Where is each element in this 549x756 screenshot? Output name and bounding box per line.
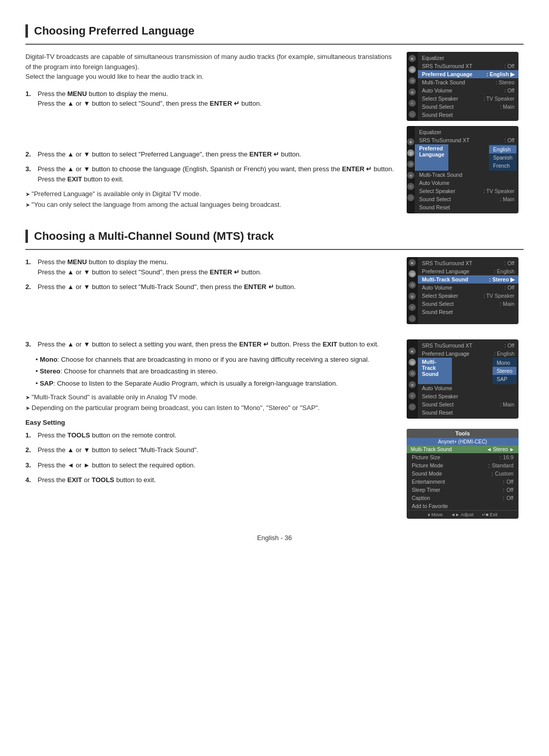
section2-text-bottom: 3. Press the ▲ or ▼ button to select a s… xyxy=(25,339,396,519)
easy-step1: 1. Press the TOOLS button on the remote … xyxy=(25,430,396,440)
page-footer: English - 36 xyxy=(25,534,524,542)
step-num: 1. xyxy=(25,257,34,277)
tv-sidebar4: ■ ◎ ⚙ ◈ ≡ □ xyxy=(407,339,418,419)
sidebar-icon: ◈ xyxy=(409,293,416,300)
section2-content-top: 1. Press the MENU button to display the … xyxy=(25,257,524,324)
sidebar-icon: □ xyxy=(409,315,416,322)
sidebar-icon: ≡ xyxy=(409,100,416,107)
tv-menu-row-highlighted: Multi-Track Sound: Stereo ▶ xyxy=(418,275,518,284)
tools-row: Picture Mode:Standard xyxy=(407,461,518,469)
tv-dropdown-item: Spanish xyxy=(489,153,516,162)
tv-menu-row: Select Speaker: TV Speaker xyxy=(418,292,518,300)
footer-adjust: ◄► Adjust xyxy=(451,512,474,517)
tv-menu-row: SRS TruSurround XT: Off xyxy=(418,259,518,267)
step-body: Press the ▲ or ▼ button to select "Multi… xyxy=(38,445,396,455)
tv-menu-row-highlighted: Preferred Language: English ▶ xyxy=(418,70,518,78)
tv-menu-row: Sound Select: Main xyxy=(415,195,518,203)
section1-content: Digital-TV broadcasts are capable of sim… xyxy=(25,52,524,213)
tv-menu-items1: Equalizer SRS TruSurround XT: Off Prefer… xyxy=(418,52,518,121)
bullet-stereo: Stereo: Choose for channels that are bro… xyxy=(36,366,396,376)
easy-step4: 4. Press the EXIT or TOOLS button to exi… xyxy=(25,475,396,485)
tv-menu-row: Equalizer xyxy=(418,54,518,62)
sidebar-icon: ⚙ xyxy=(409,77,416,84)
tv-dropdown2: Mono Stereo SAP xyxy=(493,358,516,384)
sidebar-icon: □ xyxy=(407,194,414,201)
tv-menu-row: Auto Volume xyxy=(418,384,518,392)
bullet-sap: SAP: Choose to listen to the Separate Au… xyxy=(36,379,396,389)
sidebar-icon-active: ◎ xyxy=(409,66,416,73)
section2-screens-top: ■ ◎ ⚙ ◈ ≡ □ SRS TruSurround XT: Off Pref… xyxy=(407,257,524,324)
tv-menu-row: Sound Reset xyxy=(418,308,518,316)
section2-note2: Depending on the particular program bein… xyxy=(25,403,396,414)
sidebar-icon-active: ◎ xyxy=(409,359,416,366)
tv-dropdown-item-active: English xyxy=(489,145,516,153)
easy-step2: 2. Press the ▲ or ▼ button to select "Mu… xyxy=(25,445,396,455)
section1-screen1: ■ ◎ ⚙ ◈ ≡ □ Equalizer SRS TruSurround XT… xyxy=(407,52,518,121)
easy-step3: 3. Press the ◄ or ► button to select the… xyxy=(25,460,396,470)
tv-menu-row: Equalizer xyxy=(415,128,518,136)
sidebar-icon: ≡ xyxy=(409,392,416,399)
section1-divider xyxy=(25,44,524,45)
tv-menu-row: Auto Volume: Off xyxy=(418,86,518,94)
step-body: Press the ▲ or ▼ button to select "Prefe… xyxy=(38,149,396,160)
step-num: 1. xyxy=(25,430,34,440)
section2-screen2: ■ ◎ ⚙ ◈ ≡ □ SRS TruSurround XT: Off Pref… xyxy=(407,339,518,419)
sidebar-icon-active: ◎ xyxy=(409,270,416,277)
tv-menu-row: Preferred Language: English xyxy=(418,267,518,275)
step-body: Press the EXIT or TOOLS button to exit. xyxy=(38,475,396,485)
tools-mts-label: Multi-Track Sound xyxy=(411,447,452,452)
sidebar-icon: ≡ xyxy=(409,304,416,311)
section2-bullets: Mono: Choose for channels that are broad… xyxy=(36,355,396,389)
sidebar-icon: ■ xyxy=(409,55,416,62)
tv-menu-row: Select Speaker: TV Speaker xyxy=(418,94,518,103)
sidebar-icon-active: ◎ xyxy=(407,149,414,156)
tools-row: Picture Size:16:9 xyxy=(407,453,518,461)
tools-title: Tools xyxy=(407,429,518,438)
section1-step2: 2. Press the ▲ or ▼ button to select "Pr… xyxy=(25,149,396,160)
step-body: Press the ▲ or ▼ button to select "Multi… xyxy=(38,282,396,292)
tools-mts-controls: ◄ Stereo ► xyxy=(486,447,514,452)
section2-title: Choosing a Multi-Channel Sound (MTS) tra… xyxy=(25,230,524,243)
section2-note1: "Multi-Track Sound" is available only in… xyxy=(25,392,396,403)
section2-divider xyxy=(25,249,524,250)
tv-menu-row: SRS TruSurround XT: Off xyxy=(418,341,518,350)
tv-menu-dropdown-row: Preferred Language English Spanish Frenc… xyxy=(415,144,518,171)
step-num: 4. xyxy=(25,475,34,485)
section1-intro1: Digital-TV broadcasts are capable of sim… xyxy=(25,52,396,82)
step-body: Press the TOOLS button on the remote con… xyxy=(38,430,396,440)
tv-menu-row-highlighted: Multi-Track Sound xyxy=(418,358,452,384)
sidebar-icon: ⚙ xyxy=(409,281,416,289)
tools-row: Caption:Off xyxy=(407,494,518,502)
tv-menu-row-highlighted: Preferred Language xyxy=(415,144,448,171)
tv-menu-row: Select Speaker: TV Speaker xyxy=(415,187,518,195)
tools-screen: Tools Anynet+ (HDMI-CEC) Multi-Track Sou… xyxy=(407,429,518,519)
step-body: Press the ▲ or ▼ button to select a sett… xyxy=(38,339,396,350)
tv-menu-row: Auto Volume xyxy=(415,179,518,187)
tools-anynet: Anynet+ (HDMI-CEC) xyxy=(407,438,518,446)
tv-dropdown: English Spanish French xyxy=(489,144,516,171)
section2-steps-b: 3. Press the ▲ or ▼ button to select a s… xyxy=(25,339,396,350)
section2-step1: 1. Press the MENU button to display the … xyxy=(25,257,396,277)
tv-menu-row: Sound Select: Main xyxy=(418,103,518,111)
sidebar-icon: ⚙ xyxy=(407,161,414,168)
easy-setting-label: Easy Setting xyxy=(25,419,396,426)
tools-row: Add to Favorite xyxy=(407,502,518,510)
sidebar-icon: ⚙ xyxy=(409,370,416,377)
tv-menu-row: Sound Reset xyxy=(418,408,518,417)
sidebar-icon: □ xyxy=(409,403,416,411)
tv-menu-row: Select Speaker xyxy=(418,392,518,400)
tv-sidebar1: ■ ◎ ⚙ ◈ ≡ □ xyxy=(407,52,418,121)
tv-menu-row: Multi-Track Sound xyxy=(415,171,518,179)
sidebar-icon: ■ xyxy=(407,138,414,145)
tv-menu-items3: SRS TruSurround XT: Off Preferred Langua… xyxy=(418,257,518,324)
tv-menu-row: Sound Select: Main xyxy=(418,400,518,408)
tv-menu-row: Sound Reset xyxy=(415,203,518,211)
bullet-mono: Mono: Choose for channels that are broad… xyxy=(36,355,396,365)
tv-dropdown-item: SAP xyxy=(493,375,516,383)
section2-screens-bottom: ■ ◎ ⚙ ◈ ≡ □ SRS TruSurround XT: Off Pref… xyxy=(407,339,524,519)
tv-menu-items4: SRS TruSurround XT: Off Preferred Langua… xyxy=(418,339,518,419)
step-num: 3. xyxy=(25,339,34,350)
tv-menu-items2: Equalizer SRS TruSurround XT: Off Prefer… xyxy=(415,126,518,213)
step-num: 3. xyxy=(25,460,34,470)
tv-sidebar3: ■ ◎ ⚙ ◈ ≡ □ xyxy=(407,257,418,324)
